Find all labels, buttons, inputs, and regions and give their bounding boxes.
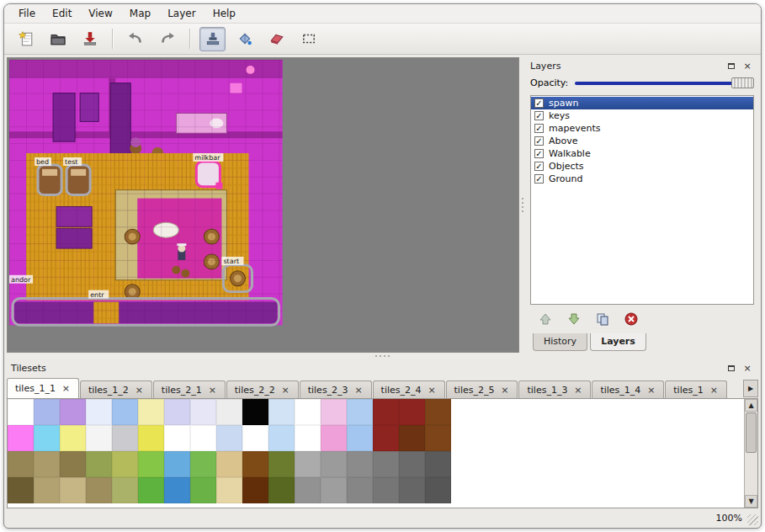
layer-row[interactable]: ✓ Objects [531,160,753,173]
tileset-tile[interactable] [164,477,190,503]
layer-visibility-checkbox[interactable]: ✓ [534,149,544,158]
close-tab-icon[interactable]: × [208,386,217,395]
layer-visibility-checkbox[interactable]: ✓ [534,174,544,184]
tileset-tile[interactable] [295,425,321,451]
tileset-tile[interactable] [347,477,373,503]
new-map-button[interactable] [13,27,39,51]
eraser-button[interactable] [263,27,290,51]
tileset-tile[interactable] [242,425,268,451]
tileset-tab[interactable]: tiles_2_3 × [300,380,372,398]
tileset-tile[interactable] [321,451,347,477]
tileset-tab[interactable]: tiles_1 × [665,380,726,398]
tileset-tile[interactable] [321,399,347,425]
tileset-tab[interactable]: tiles_1_4 × [592,380,664,398]
map-object-test[interactable] [66,165,90,195]
tileset-tile[interactable] [425,477,451,503]
close-tab-icon[interactable]: × [135,386,144,395]
tileset-tile[interactable] [86,399,112,425]
tileset-tile[interactable] [190,425,216,451]
tileset-tile[interactable] [138,425,164,451]
tileset-tile[interactable] [216,451,242,477]
map-view[interactable]: bed test milkbar start entr andor [7,57,519,353]
tileset-view[interactable]: ▲ ▼ [7,398,758,508]
tileset-tile[interactable] [8,477,34,503]
horizontal-splitter[interactable] [4,353,761,359]
tileset-tile[interactable] [425,425,451,451]
tileset-tile[interactable] [216,425,242,451]
tileset-tile[interactable] [60,399,86,425]
duplicate-layer-button[interactable] [593,310,612,328]
tileset-tile[interactable] [373,477,399,503]
layer-visibility-checkbox[interactable]: ✓ [534,111,544,120]
tileset-tile[interactable] [86,477,112,503]
raise-layer-button[interactable] [536,310,555,328]
tileset-tile[interactable] [321,477,347,503]
delete-layer-button[interactable] [622,310,640,328]
opacity-slider-handle[interactable] [731,77,754,88]
float-dock-button[interactable] [725,60,738,72]
tileset-tile[interactable] [321,425,347,451]
layer-row[interactable]: ✓ Above [531,135,753,147]
layer-row[interactable]: ✓ spawn [531,97,753,109]
scroll-up-button[interactable]: ▲ [745,399,757,412]
tileset-tile[interactable] [268,451,295,477]
tileset-tile[interactable] [112,477,138,503]
layer-visibility-checkbox[interactable]: ✓ [534,162,544,171]
tileset-tile[interactable] [347,451,373,477]
opacity-slider[interactable] [575,77,754,89]
vertical-splitter[interactable] [519,57,526,353]
save-button[interactable] [77,27,103,51]
tab-history[interactable]: History [533,333,587,351]
layer-row[interactable]: ✓ mapevents [531,122,753,135]
tileset-tab[interactable]: tiles_1_2 × [80,380,152,398]
layer-row[interactable]: ✓ Ground [531,173,753,185]
tileset-tile[interactable] [60,451,86,477]
close-tab-icon[interactable]: × [428,386,437,395]
tileset-tile[interactable] [190,399,216,425]
tileset-tile[interactable] [8,425,34,451]
tileset-tile[interactable] [8,399,34,425]
close-tab-icon[interactable]: × [354,386,364,395]
opacity-slider-track[interactable] [575,82,752,85]
tileset-tile[interactable] [242,399,268,425]
layer-visibility-checkbox[interactable]: ✓ [534,136,544,146]
layer-row[interactable]: ✓ keys [531,109,753,122]
float-dock-button[interactable] [725,362,738,375]
menu-item-file[interactable]: File [11,6,43,21]
tileset-tab[interactable]: tiles_2_2 × [226,380,299,398]
tileset-tile[interactable] [216,399,242,425]
tileset-tile[interactable] [295,451,321,477]
tileset-tile[interactable] [164,451,190,477]
close-tab-icon[interactable]: × [281,386,290,395]
tileset-tile[interactable] [399,425,425,451]
scrollbar-thumb[interactable] [746,412,757,453]
scroll-down-button[interactable]: ▼ [745,495,757,508]
tileset-tile[interactable] [295,399,321,425]
open-button[interactable] [45,27,71,51]
tileset-tile[interactable] [268,425,295,451]
tileset-tile[interactable] [138,451,164,477]
resize-grip[interactable] [747,514,758,525]
tileset-tile[interactable] [242,451,268,477]
tileset-tile[interactable] [399,399,425,425]
layer-visibility-checkbox[interactable]: ✓ [534,124,544,133]
close-tab-icon[interactable]: × [646,386,656,395]
tab-layers[interactable]: Layers [590,333,646,351]
menu-item-edit[interactable]: Edit [45,6,79,21]
layer-visibility-checkbox[interactable]: ✓ [534,98,544,108]
tileset-tile[interactable] [112,451,138,477]
tileset-tab[interactable]: tiles_2_1 × [153,380,226,398]
tileset-tile[interactable] [34,425,60,451]
undo-button[interactable] [122,27,148,51]
tileset-tile[interactable] [164,399,190,425]
tileset-tile[interactable] [425,399,451,425]
tab-scroll-right-button[interactable]: ▶ [743,380,758,397]
close-dock-button[interactable]: × [741,362,754,375]
tileset-tile[interactable] [138,477,164,503]
tileset-tile[interactable] [190,477,216,503]
tileset-grid[interactable] [8,399,451,503]
tileset-tile[interactable] [268,477,295,503]
tileset-scrollbar[interactable]: ▲ ▼ [744,399,757,508]
tileset-tile[interactable] [60,477,86,503]
close-tab-icon[interactable]: × [709,386,719,395]
